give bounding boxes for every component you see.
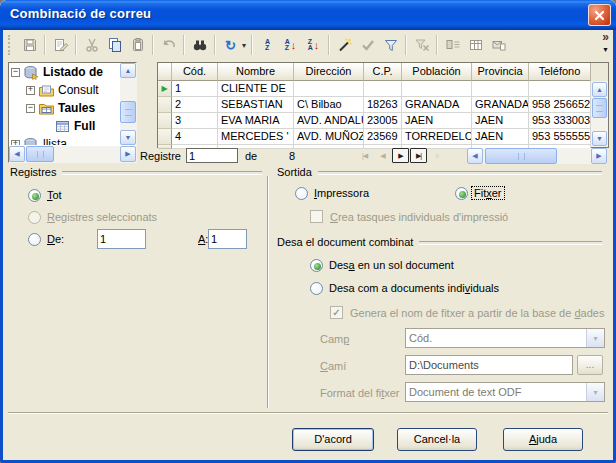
expand-icon[interactable]: +: [26, 86, 35, 95]
cancel-button[interactable]: Cancel·la: [397, 428, 477, 451]
refresh-dropdown-arrow-icon[interactable]: ▾: [242, 41, 246, 50]
from-record-input[interactable]: [97, 229, 146, 249]
current-row-marker-icon[interactable]: ▶: [158, 81, 172, 97]
radio-file[interactable]: [455, 187, 468, 200]
grid-cell[interactable]: 1: [172, 81, 218, 97]
collapse-icon[interactable]: −: [11, 68, 20, 77]
to-record-input[interactable]: [208, 229, 247, 249]
last-record-icon[interactable]: ▶|: [410, 148, 427, 163]
tree-item-consult[interactable]: +Consult: [9, 81, 120, 99]
grid-horizontal-scroll-thumb[interactable]: [485, 148, 557, 164]
radio-save-individual-documents-label[interactable]: Desa com a documents individuals: [329, 282, 499, 294]
grid-corner-cell[interactable]: [158, 63, 172, 81]
database-icon: [23, 137, 40, 146]
radio-printer-label[interactable]: Impressora: [314, 187, 369, 199]
toolbar-overflow-button[interactable]: » ▼: [602, 33, 609, 54]
tree-scroll-up-button[interactable]: ▲: [120, 63, 136, 78]
cut-icon: [80, 34, 103, 56]
grid-cell[interactable]: JAEN: [472, 129, 529, 145]
radio-save-individual-documents[interactable]: [310, 282, 323, 295]
mail-merge-dialog: Combinació de correu ↻▾AZAZ↓ZA↓ » ▼ −Lis…: [0, 0, 616, 463]
tree-scroll-left-button[interactable]: ◀: [9, 146, 25, 162]
grid-cell[interactable]: 18263: [364, 97, 402, 113]
tree-item-listado-de[interactable]: −Listado de: [9, 63, 120, 81]
toolbar-separator: [214, 35, 216, 55]
record-number-input[interactable]: [186, 148, 238, 163]
grid-cell[interactable]: CLIENTE DE: [218, 81, 294, 97]
ok-button[interactable]: D'acord: [292, 428, 374, 451]
column-header-telfono[interactable]: Teléfono: [529, 63, 591, 81]
grid-cell[interactable]: 23005: [364, 113, 402, 129]
radio-printer[interactable]: [295, 187, 308, 200]
radio-from-to[interactable]: [28, 233, 41, 246]
next-record-icon[interactable]: ▶: [392, 148, 409, 163]
column-header-provincia[interactable]: Provincia: [472, 63, 529, 81]
grid-cell[interactable]: 23569: [364, 129, 402, 145]
column-header-direccin[interactable]: Dirección: [294, 63, 364, 81]
radio-save-single-document-label[interactable]: Desa en un sol document: [329, 259, 454, 271]
expand-icon[interactable]: +: [11, 140, 20, 146]
sort-descending-icon[interactable]: ZA↓: [302, 34, 325, 56]
grid-cell[interactable]: GRANADA: [472, 97, 529, 113]
grid-cell[interactable]: [472, 81, 529, 97]
help-button[interactable]: Ajuda: [503, 428, 583, 451]
grid-cell[interactable]: TORREDELCA: [402, 129, 472, 145]
radio-from-label[interactable]: De:: [47, 233, 64, 245]
grid-cell[interactable]: SEBASTIAN: [218, 97, 294, 113]
grid-cell[interactable]: [402, 81, 472, 97]
row-header[interactable]: [158, 97, 172, 113]
grid-cell[interactable]: EVA MARIA: [218, 113, 294, 129]
radio-selected-records-label: Registres seleccionats: [47, 211, 157, 223]
grid-cell[interactable]: 953 333003: [529, 113, 591, 129]
tree-item-taules[interactable]: −Taules: [9, 99, 120, 117]
grid-scroll-down-button[interactable]: ▼: [592, 131, 607, 146]
column-header-poblacin[interactable]: Población: [402, 63, 472, 81]
row-header[interactable]: [158, 129, 172, 145]
close-button[interactable]: [588, 4, 611, 26]
tree-scroll-right-button[interactable]: ▶: [120, 146, 136, 162]
tree-item-full[interactable]: Full: [9, 117, 120, 135]
toolbar-grip-handle[interactable]: [8, 35, 13, 55]
radio-save-single-document[interactable]: [310, 259, 323, 272]
grid-cell[interactable]: MERCEDES ': [218, 129, 294, 145]
grid-cell[interactable]: 4: [172, 129, 218, 145]
file-format-combobox-value: Document de text ODF: [406, 386, 586, 398]
grid-cell[interactable]: 953 555555: [529, 129, 591, 145]
grid-vertical-scroll-thumb[interactable]: [592, 98, 607, 118]
column-header-cd[interactable]: Cód.: [172, 63, 218, 81]
column-header-nombre[interactable]: Nombre: [218, 63, 294, 81]
grid-cell[interactable]: [364, 81, 402, 97]
row-header[interactable]: [158, 113, 172, 129]
standard-filter-icon[interactable]: [379, 34, 402, 56]
radio-all-records-label[interactable]: Tot: [47, 189, 62, 201]
collapse-icon[interactable]: −: [26, 104, 35, 113]
tree-item-llista[interactable]: +llista: [9, 135, 120, 145]
grid-cell[interactable]: 2: [172, 97, 218, 113]
grid-cell[interactable]: AVD. MUÑOZ: [294, 129, 364, 145]
grid-scroll-up-button[interactable]: ▲: [592, 82, 607, 97]
grid-cell[interactable]: GRANADA: [402, 97, 472, 113]
toolbar-separator: [183, 35, 185, 55]
tree-scroll-down-button[interactable]: ▼: [120, 130, 136, 145]
sort-icon[interactable]: AZ: [256, 34, 279, 56]
sort-ascending-icon[interactable]: AZ↓: [279, 34, 302, 56]
tree-vertical-scroll-thumb[interactable]: [120, 101, 136, 123]
grid-cell[interactable]: AVD. ANDALU: [294, 113, 364, 129]
grid-cell[interactable]: 3: [172, 113, 218, 129]
grid-cell[interactable]: [294, 81, 364, 97]
autofilter-icon[interactable]: [333, 34, 356, 56]
copy-icon[interactable]: [103, 34, 126, 56]
grid-cell[interactable]: JAEN: [402, 113, 472, 129]
grid-cell[interactable]: 958 256652: [529, 97, 591, 113]
radio-file-label[interactable]: Fitxer: [472, 187, 504, 199]
grid-scroll-right-button[interactable]: ▶: [591, 148, 607, 164]
grid-cell[interactable]: [529, 81, 591, 97]
tree-horizontal-scroll-thumb[interactable]: [26, 146, 54, 162]
grid-cell[interactable]: JAEN: [472, 113, 529, 129]
find-record-icon[interactable]: [188, 34, 211, 56]
grid-cell[interactable]: C\ Bilbao: [294, 97, 364, 113]
grid-scroll-left-button[interactable]: ◀: [467, 148, 483, 164]
column-header-cp[interactable]: C.P.: [364, 63, 402, 81]
refresh-icon[interactable]: ↻: [219, 34, 242, 56]
radio-all-records[interactable]: [28, 189, 41, 202]
